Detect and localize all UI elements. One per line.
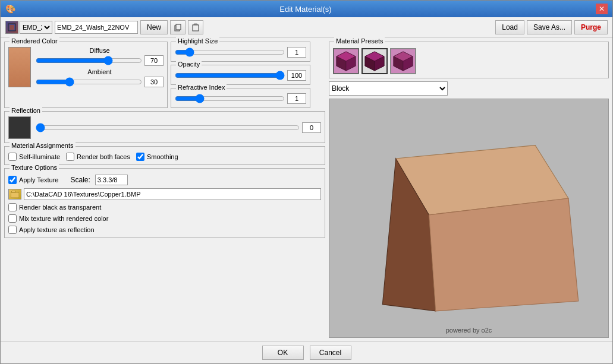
scale-input[interactable] (95, 175, 128, 185)
highlight-size-title: Highlight Size (176, 37, 219, 45)
reflection-slider-row (36, 122, 321, 133)
rendered-color-content: Diffuse Ambient (8, 47, 164, 87)
mix-texture-label[interactable]: Mix texture with rendered color (8, 214, 321, 223)
material-presets-title: Material Presets (334, 37, 385, 45)
mix-texture-checkbox[interactable] (8, 214, 17, 223)
opacity-value[interactable] (287, 70, 306, 81)
window-title: Edit Material(s) (15, 5, 596, 14)
titlebar: 🎨 Edit Material(s) ✕ (1, 1, 612, 17)
ambient-slider[interactable] (36, 78, 142, 86)
apply-reflection-label[interactable]: Apply texture as reflection (8, 226, 321, 234)
preset-thumb-3[interactable] (390, 48, 416, 74)
self-illuminate-label[interactable]: Self-illuminate (8, 153, 60, 161)
highlight-slider-row (175, 47, 306, 58)
diffuse-row: Diffuse (36, 47, 164, 66)
svg-rect-6 (11, 192, 19, 198)
presets-row (333, 48, 416, 74)
purge-button[interactable]: Purge (574, 20, 608, 34)
reflection-slider[interactable] (36, 124, 300, 132)
diffuse-slider-row (36, 55, 164, 66)
reflection-value[interactable] (302, 122, 321, 133)
self-illuminate-text: Self-illuminate (19, 153, 60, 160)
copy-button[interactable] (170, 20, 186, 34)
powered-by-text: powered by o2c (446, 327, 492, 334)
mix-texture-text: Mix texture with rendered color (19, 215, 108, 222)
refractive-title: Refractive Index (176, 84, 227, 91)
opacity-group: Opacity (171, 65, 310, 85)
apply-texture-label[interactable]: Apply Texture (8, 176, 58, 184)
paste-button[interactable] (188, 20, 203, 34)
diffuse-slider[interactable] (36, 56, 142, 65)
texture-row1: Apply Texture Scale: (8, 175, 321, 185)
preset-thumb-1[interactable] (333, 48, 359, 74)
cube-svg (329, 99, 608, 337)
reflection-title: Reflection (10, 107, 42, 114)
app-icon: 🎨 (5, 4, 15, 14)
smoothing-checkbox[interactable] (136, 153, 144, 161)
svg-marker-22 (429, 198, 579, 311)
load-button[interactable]: Load (495, 20, 524, 34)
cancel-button[interactable]: Cancel (310, 346, 351, 360)
apply-texture-text: Apply Texture (19, 176, 58, 183)
preset-thumb-2[interactable] (361, 48, 388, 74)
render-both-faces-label[interactable]: Render both faces (66, 153, 130, 161)
render-area: powered by o2c (329, 99, 609, 338)
save-as-button[interactable]: Save As... (527, 20, 572, 34)
highlight-slider[interactable] (175, 48, 285, 56)
apply-reflection-text: Apply texture as reflection (19, 226, 95, 233)
material-assignments-title: Material Assignments (10, 142, 76, 149)
rendered-color-group: Rendered Color Diffuse (4, 42, 168, 108)
render-black-transparent-checkbox[interactable] (8, 203, 17, 211)
left-panel: Rendered Color Diffuse (4, 42, 325, 338)
render-both-faces-text: Render both faces (77, 153, 130, 160)
ambient-value[interactable] (144, 77, 164, 87)
opacity-slider[interactable] (175, 71, 285, 80)
refractive-slider[interactable] (175, 94, 285, 103)
highlight-size-group: Highlight Size (171, 42, 310, 62)
file-path-input[interactable] (24, 188, 321, 200)
ambient-slider-row (36, 77, 164, 87)
material-selector: EMD_24_Walsh_22 (5, 21, 52, 34)
close-button[interactable]: ✕ (596, 4, 608, 14)
material-presets-group: Material Presets (329, 42, 609, 78)
sliders-container: Diffuse Ambient (36, 47, 164, 87)
smoothing-text: Smoothing (147, 153, 178, 160)
refractive-value[interactable] (287, 93, 306, 104)
reflection-content (8, 116, 321, 139)
diffuse-label: Diffuse (36, 47, 164, 54)
render-black-transparent-label[interactable]: Render black as transparent (8, 203, 321, 211)
top-row: Rendered Color Diffuse (4, 42, 325, 108)
main-content: Rendered Color Diffuse (1, 38, 612, 341)
block-select[interactable]: Block Sphere Cylinder (329, 81, 448, 96)
ok-button[interactable]: OK (262, 346, 304, 360)
opacity-slider-row (175, 70, 306, 81)
right-panel: Material Presets (329, 42, 609, 338)
material-name-input[interactable] (55, 21, 138, 34)
apply-texture-checkbox[interactable] (8, 176, 17, 184)
scale-label: Scale: (70, 176, 90, 184)
self-illuminate-checkbox[interactable] (8, 153, 17, 161)
svg-rect-3 (176, 24, 181, 30)
material-assignments-group: Material Assignments Self-illuminate Ren… (4, 146, 325, 165)
toolbar: EMD_24_Walsh_22 New Load Save As... Purg… (1, 17, 612, 38)
ambient-label: Ambient (36, 68, 164, 75)
svg-rect-1 (10, 25, 14, 30)
material-icon (5, 21, 18, 34)
new-button[interactable]: New (140, 20, 168, 34)
main-window: 🎨 Edit Material(s) ✕ EMD_24_Walsh_22 New… (0, 0, 613, 364)
rendered-color-title: Rendered Color (10, 37, 59, 45)
file-row (8, 188, 321, 200)
render-black-transparent-text: Render black as transparent (19, 204, 101, 211)
apply-reflection-checkbox[interactable] (8, 226, 17, 234)
file-browse-button[interactable] (8, 189, 21, 200)
highlight-value[interactable] (287, 47, 306, 58)
smoothing-label[interactable]: Smoothing (136, 153, 178, 161)
svg-rect-5 (193, 25, 199, 31)
render-both-faces-checkbox[interactable] (66, 153, 74, 161)
material-dropdown[interactable]: EMD_24_Walsh_22 (20, 21, 52, 34)
reflection-swatch[interactable] (8, 116, 31, 139)
texture-content: Apply Texture Scale: Render black as tr (8, 175, 321, 234)
ambient-row: Ambient (36, 68, 164, 87)
diffuse-value[interactable] (144, 55, 164, 66)
color-swatch[interactable] (8, 47, 31, 87)
